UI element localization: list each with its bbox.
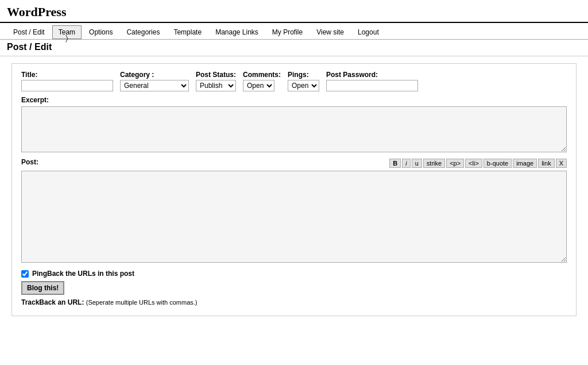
pingback-checkbox[interactable] (21, 270, 29, 278)
toolbar-underline[interactable]: u (412, 159, 422, 168)
site-title: WordPress (7, 5, 66, 19)
post-textarea[interactable] (21, 171, 567, 263)
post-header: Post: B i u strike <p> <li> b-quote imag… (21, 158, 567, 168)
post-status-label: Post Status: (196, 71, 236, 79)
nav-item-logout[interactable]: Logout (351, 25, 385, 39)
pings-group: Pings: Open Closed (288, 71, 319, 91)
post-status-select[interactable]: Publish Draft Private (196, 80, 236, 91)
post-password-label: Post Password: (326, 71, 418, 79)
form-container: Title: Category : General Post Status: P… (11, 63, 577, 316)
excerpt-textarea[interactable] (21, 106, 567, 152)
category-label: Category : (120, 71, 189, 79)
comments-label: Comments: (243, 71, 281, 79)
post-label: Post: (21, 158, 38, 166)
blog-this-container: Blog this! (21, 278, 567, 295)
trackback-label: TrackBack an URL: (21, 298, 84, 306)
pings-select[interactable]: Open Closed (288, 80, 319, 91)
nav-item-options[interactable]: Options (83, 25, 119, 39)
page-title: Post / Edit (7, 42, 52, 52)
nav-item-team[interactable]: Team 〉 (52, 25, 82, 39)
title-label: Title: (21, 71, 113, 79)
nav-item-view-site[interactable]: View site (310, 25, 350, 39)
toolbar-strike[interactable]: strike (423, 159, 445, 168)
excerpt-group: Excerpt: (21, 96, 567, 152)
nav-item-template[interactable]: Template (167, 25, 208, 39)
title-input[interactable] (21, 80, 113, 91)
post-password-input[interactable] (326, 80, 418, 91)
toolbar-bquote[interactable]: b-quote (483, 159, 512, 168)
trackback-note: (Seperate multiple URLs with commas.) (86, 299, 198, 306)
pings-label: Pings: (288, 71, 319, 79)
nav-item-categories[interactable]: Categories (120, 25, 166, 39)
category-group: Category : General (120, 71, 189, 91)
nav-item-post-edit[interactable]: Post / Edit (7, 25, 51, 39)
toolbar: B i u strike <p> <li> b-quote image link… (389, 159, 567, 168)
toolbar-p[interactable]: <p> (446, 159, 464, 168)
toolbar-italic[interactable]: i (402, 159, 410, 168)
page-title-bar: Post / Edit (0, 40, 588, 56)
trackback-row: TrackBack an URL: (Seperate multiple URL… (21, 298, 567, 306)
title-group: Title: (21, 71, 113, 91)
toolbar-li[interactable]: <li> (465, 159, 482, 168)
toolbar-close[interactable]: X (556, 159, 567, 168)
excerpt-label: Excerpt: (21, 96, 567, 104)
nav-item-my-profile[interactable]: My Profile (266, 25, 309, 39)
post-status-group: Post Status: Publish Draft Private (196, 71, 236, 91)
pingback-label: PingBack the URLs in this post (32, 270, 134, 278)
field-row-1: Title: Category : General Post Status: P… (21, 71, 567, 91)
header: WordPress (0, 0, 588, 23)
post-password-group: Post Password: (326, 71, 418, 91)
blog-this-button[interactable]: Blog this! (21, 281, 64, 295)
comments-select[interactable]: Open Closed (243, 80, 274, 91)
toolbar-bold[interactable]: B (389, 159, 401, 168)
main-content: Title: Category : General Post Status: P… (0, 56, 588, 323)
pingback-row: PingBack the URLs in this post (21, 270, 567, 278)
toolbar-image[interactable]: image (513, 159, 537, 168)
nav-item-manage-links[interactable]: Manage Links (209, 25, 265, 39)
toolbar-link[interactable]: link (538, 159, 555, 168)
category-select[interactable]: General (120, 80, 189, 91)
nav-bar: Post / Edit Team 〉 Options Categories Te… (0, 23, 588, 40)
comments-group: Comments: Open Closed (243, 71, 281, 91)
